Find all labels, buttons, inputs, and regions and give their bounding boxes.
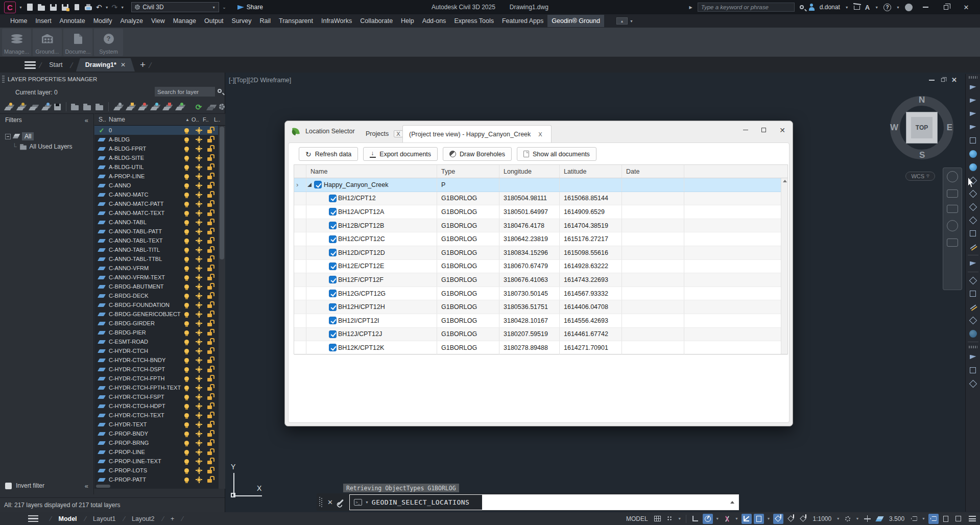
civil3d-logo-icon[interactable]: C [4, 2, 16, 13]
row-checkbox[interactable] [329, 344, 337, 351]
new-file-icon[interactable] [26, 3, 34, 12]
layer-lock-icon[interactable] [207, 209, 213, 217]
layer-list-hscrollbar[interactable] [96, 485, 110, 488]
ribbon-tab-geodin-ground[interactable]: Geodin® Ground [547, 15, 604, 27]
table-row[interactable]: BH12D/CPT12DG1BORLOG3180834.152961615098… [294, 246, 787, 260]
layer-row[interactable]: C-HYDR-CTCH-DSPT [94, 365, 218, 374]
layer-on-icon[interactable] [184, 478, 189, 482]
layer-freeze-icon[interactable] [196, 293, 202, 299]
geodin-tool-icon[interactable] [968, 275, 978, 286]
new-layer-icon[interactable] [4, 104, 12, 110]
vp-freeze-icon[interactable] [138, 104, 146, 110]
layer-row[interactable]: C-ANNO-VFRM [94, 264, 218, 273]
layer-row[interactable]: C-PROP-LINE [94, 447, 218, 457]
layer-on-icon[interactable] [184, 459, 189, 464]
layer-on-icon[interactable] [184, 376, 189, 381]
geodin-tool-icon[interactable] [968, 135, 978, 146]
layer-freeze-icon[interactable] [196, 146, 202, 152]
command-dropdown-icon[interactable]: ▼ [365, 500, 369, 504]
layer-freeze-icon[interactable] [196, 237, 202, 244]
geodin-tool-icon[interactable] [968, 378, 978, 389]
layer-lock-icon[interactable] [207, 347, 213, 354]
layer-lock-icon[interactable] [207, 366, 213, 373]
orbit-icon[interactable] [947, 220, 958, 231]
layer-row[interactable]: C-BRDG-GENERICOBJECT [94, 309, 218, 319]
grid-toggle-icon[interactable] [652, 514, 662, 524]
dialog-title-bar[interactable]: Location Selector Projects X (Project tr… [285, 121, 793, 142]
layer-row[interactable]: C-ESMT-ROAD [94, 337, 218, 346]
layer-freeze-icon[interactable] [196, 173, 202, 180]
check-icon[interactable] [175, 104, 183, 110]
tree-expanded-icon[interactable] [307, 183, 312, 187]
osnap-dropdown-icon[interactable]: ▼ [767, 517, 771, 520]
layer-on-icon[interactable] [184, 275, 189, 280]
layer-list-header[interactable]: S.. Name ▲ O.. F.. L.. [94, 114, 225, 126]
osnap-toggle-icon[interactable] [773, 514, 783, 524]
ribbon-tab-add-ons[interactable]: Add-ons [418, 15, 450, 27]
row-checkbox[interactable] [329, 276, 337, 283]
table-row[interactable]: BH12/CPT12G1BORLOG3180504.981111615068.8… [294, 192, 787, 206]
lpm-grip-icon[interactable] [2, 76, 5, 83]
layer-row[interactable]: ✓0 [94, 126, 218, 135]
ribbon-button-ground[interactable]: Ground... [33, 29, 62, 56]
ribbon-display-toggle[interactable]: ▲▼ [616, 17, 633, 25]
command-history-icon[interactable] [730, 501, 734, 504]
layer-lock-icon[interactable] [207, 421, 213, 428]
layer-lock-icon[interactable] [207, 182, 213, 189]
ribbon-tab-output[interactable]: Output [200, 15, 228, 27]
layer-freeze-icon[interactable] [196, 440, 202, 446]
share-button[interactable]: Share [237, 4, 263, 11]
layer-freeze-icon[interactable] [196, 164, 202, 171]
layer-lock-icon[interactable] [207, 320, 213, 327]
layer-on-icon[interactable] [184, 468, 189, 473]
app-store-icon[interactable] [854, 6, 860, 10]
layer-row[interactable]: C-ANNO-TABL-TEXT [94, 236, 218, 245]
group-folder-icon[interactable] [83, 104, 91, 110]
table-row[interactable]: BH12B/CPT12BG1BORLOG3180476.41781614704.… [294, 219, 787, 233]
layer-row[interactable]: C-BRDG-ABUTMENT [94, 282, 218, 291]
layer-row[interactable]: C-ANNO-TABL [94, 218, 218, 227]
ribbon-button-manage[interactable]: Manage... [2, 29, 31, 56]
help-icon[interactable]: ? [883, 4, 891, 11]
open-file-icon[interactable] [37, 3, 46, 12]
layer-freeze-icon[interactable] [196, 348, 202, 354]
layer-on-icon[interactable] [184, 238, 189, 243]
layer-freeze-icon[interactable] [196, 458, 202, 465]
layer-lock-icon[interactable] [207, 458, 213, 465]
table-row[interactable]: BH12I/CPT12IG1BORLOG3180428.101671614556… [294, 314, 787, 328]
geodin-tool-icon[interactable] [968, 188, 978, 199]
layer-on-icon[interactable] [184, 128, 189, 133]
layer-lock-icon[interactable] [207, 283, 213, 290]
layer-on-icon[interactable] [184, 395, 189, 399]
plot-icon[interactable] [84, 3, 93, 12]
geodin-tool-icon[interactable] [968, 352, 978, 363]
layer-row[interactable]: C-ANNO-MATC-PATT [94, 199, 218, 208]
layer-freeze-icon[interactable] [196, 385, 202, 391]
scale-dropdown-icon[interactable]: ▼ [836, 517, 840, 520]
layer-lock-icon[interactable] [207, 384, 213, 391]
layer-lock-icon[interactable] [207, 265, 213, 272]
toolbar-grip-icon[interactable] [969, 346, 977, 348]
layer-search-icon[interactable] [218, 89, 222, 93]
row-checkbox[interactable] [329, 290, 337, 297]
save-state-icon[interactable] [54, 103, 61, 111]
layer-freeze-icon[interactable] [196, 375, 202, 382]
layer-row[interactable]: C-ANNO-TABL-PATT [94, 227, 218, 236]
iso-dropdown-icon[interactable]: ▼ [735, 517, 738, 520]
layer-row[interactable]: A-BLDG [94, 135, 218, 144]
settings-gear-icon[interactable] [843, 514, 853, 524]
redo-dropdown-icon[interactable]: ▼ [121, 6, 124, 9]
polar-dropdown-icon[interactable]: ▼ [715, 517, 719, 520]
isolate-icon[interactable] [113, 104, 121, 110]
tab-close-icon[interactable]: ✕ [121, 61, 126, 68]
layer-lock-icon[interactable] [207, 246, 213, 253]
pan-icon[interactable] [947, 189, 958, 198]
ribbon-tab-collaborate[interactable]: Collaborate [356, 15, 397, 27]
snap-toggle-icon[interactable] [665, 514, 675, 524]
layer-lock-icon[interactable] [207, 145, 213, 152]
ribbon-tab-home[interactable]: Home [6, 15, 31, 27]
ribbon-tab-survey[interactable]: Survey [228, 15, 256, 27]
geodin-tool-icon[interactable] [968, 365, 978, 376]
layer-on-icon[interactable] [184, 321, 189, 326]
layer-freeze-icon[interactable] [196, 127, 202, 134]
